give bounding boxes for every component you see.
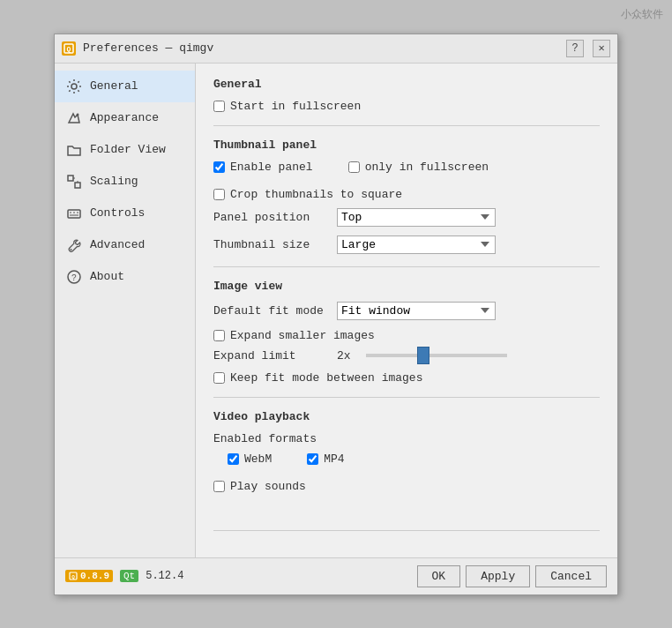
titlebar: Q Preferences — qimgv ? ✕ xyxy=(55,34,617,64)
only-fullscreen-checkbox[interactable] xyxy=(348,161,360,173)
appearance-icon xyxy=(65,109,83,127)
sidebar-item-about[interactable]: ? About xyxy=(55,261,195,293)
thumbnail-size-row: Thumbnail size Small Medium Large Extra … xyxy=(213,236,600,254)
default-fit-label: Default fit mode xyxy=(213,304,328,318)
sidebar-scaling-label: Scaling xyxy=(90,175,138,188)
help-circle-icon: ? xyxy=(65,268,83,286)
start-fullscreen-checkbox[interactable] xyxy=(213,101,225,112)
default-fit-row: Default fit mode Fit window Fit width Fi… xyxy=(213,302,600,320)
panel-position-label: Panel position xyxy=(213,211,328,224)
svg-text:Q: Q xyxy=(71,574,75,580)
main-content: General Start in fullscreen Thumbnail pa… xyxy=(196,64,617,557)
watermark-text: 小众软件 xyxy=(621,7,663,22)
expand-limit-slider[interactable] xyxy=(366,354,507,357)
sidebar-item-general[interactable]: General xyxy=(55,71,195,102)
folder-icon xyxy=(65,141,83,159)
webm-label[interactable]: WebM xyxy=(244,452,272,466)
app-icon: Q xyxy=(62,41,76,56)
expand-limit-value: 2x xyxy=(337,349,359,363)
scroll-area[interactable]: General Start in fullscreen Thumbnail pa… xyxy=(196,64,617,557)
start-fullscreen-row: Start in fullscreen xyxy=(213,100,600,113)
sidebar-about-label: About xyxy=(90,270,124,283)
expand-smaller-row: Expand smaller images xyxy=(213,329,600,342)
sidebar-appearance-label: Appearance xyxy=(90,111,159,124)
thumbnail-checkboxes-row: Enable panel only in fullscreen xyxy=(213,161,600,181)
expand-smaller-label[interactable]: Expand smaller images xyxy=(230,329,375,342)
qt-version-badge: Qt xyxy=(120,570,138,582)
sidebar-folderview-label: Folder View xyxy=(90,143,166,156)
preferences-window: Q Preferences — qimgv ? ✕ General xyxy=(54,34,618,595)
divider-1 xyxy=(213,125,600,126)
webm-checkbox[interactable] xyxy=(228,453,239,465)
sidebar-item-appearance[interactable]: Appearance xyxy=(55,102,195,134)
expand-limit-row: Expand limit 2x xyxy=(213,349,600,363)
thumbnail-panel-title: Thumbnail panel xyxy=(213,138,600,152)
default-fit-select[interactable]: Fit window Fit width Fit height 1:1 xyxy=(337,302,496,320)
enable-panel-row: Enable panel xyxy=(213,161,313,174)
webm-row: WebM xyxy=(228,452,272,466)
mp4-checkbox[interactable] xyxy=(307,453,318,465)
divider-2 xyxy=(213,266,600,267)
window-title: Preferences — qimgv xyxy=(83,41,559,55)
play-sounds-label[interactable]: Play sounds xyxy=(230,480,306,493)
cancel-button[interactable]: Cancel xyxy=(535,565,607,587)
enabled-formats-label: Enabled formats xyxy=(213,432,600,445)
svg-point-13 xyxy=(71,249,72,250)
version-info: Q 0.8.9 Qt 5.12.4 xyxy=(65,570,417,582)
app-logo-icon: Q xyxy=(69,572,78,580)
sidebar-item-advanced[interactable]: Advanced xyxy=(55,229,195,261)
apply-button[interactable]: Apply xyxy=(466,565,530,587)
only-fullscreen-label[interactable]: only in fullscreen xyxy=(365,161,489,174)
scaling-icon xyxy=(65,173,83,191)
sidebar-item-folder-view[interactable]: Folder View xyxy=(55,134,195,166)
enable-panel-label[interactable]: Enable panel xyxy=(230,161,313,174)
divider-3 xyxy=(213,397,600,398)
general-section-title: General xyxy=(213,78,600,91)
expand-limit-slider-container: 2x xyxy=(337,349,600,363)
image-view-title: Image view xyxy=(213,280,600,293)
keep-fit-label[interactable]: Keep fit mode between images xyxy=(230,371,422,385)
only-fullscreen-row: only in fullscreen xyxy=(348,161,489,174)
sidebar-item-controls[interactable]: Controls xyxy=(55,198,195,229)
video-format-row: WebM MP4 xyxy=(213,452,600,473)
mp4-row: MP4 xyxy=(307,452,344,466)
footer-buttons: OK Apply Cancel xyxy=(417,565,607,587)
play-sounds-checkbox[interactable] xyxy=(213,481,225,492)
help-button[interactable]: ? xyxy=(566,40,584,57)
play-sounds-row: Play sounds xyxy=(213,480,600,493)
start-fullscreen-label[interactable]: Start in fullscreen xyxy=(230,100,361,113)
svg-text:Q: Q xyxy=(67,45,71,53)
enable-panel-checkbox[interactable] xyxy=(213,161,225,173)
svg-point-2 xyxy=(71,84,77,89)
crop-thumbnails-label[interactable]: Crop thumbnails to square xyxy=(230,188,402,201)
video-playback-title: Video playback xyxy=(213,410,600,423)
crop-thumbnails-row: Crop thumbnails to square xyxy=(213,188,600,201)
mp4-label[interactable]: MP4 xyxy=(324,452,344,466)
keep-fit-row: Keep fit mode between images xyxy=(213,371,600,385)
gear-icon xyxy=(65,78,83,95)
keep-fit-checkbox[interactable] xyxy=(213,372,225,384)
ok-button[interactable]: OK xyxy=(417,565,461,587)
svg-text:?: ? xyxy=(71,273,77,283)
thumbnail-size-label: Thumbnail size xyxy=(213,238,328,251)
keyboard-icon xyxy=(65,205,83,222)
divider-4 xyxy=(213,530,600,531)
sidebar: General Appearance Folder View xyxy=(55,64,196,557)
crop-thumbnails-checkbox[interactable] xyxy=(213,189,225,200)
qt-version-text: 5.12.4 xyxy=(146,570,183,582)
panel-position-row: Panel position Top Bottom Left Right xyxy=(213,208,600,227)
sidebar-item-scaling[interactable]: Scaling xyxy=(55,166,195,198)
sidebar-advanced-label: Advanced xyxy=(90,238,145,251)
expand-smaller-checkbox[interactable] xyxy=(213,330,225,341)
thumbnail-size-select[interactable]: Small Medium Large Extra Large xyxy=(337,236,496,254)
close-button[interactable]: ✕ xyxy=(593,40,610,57)
wrench-icon xyxy=(65,236,83,254)
app-version-text: 0.8.9 xyxy=(80,571,109,581)
sidebar-general-label: General xyxy=(90,79,138,93)
panel-position-select[interactable]: Top Bottom Left Right xyxy=(337,208,496,227)
window-body: General Appearance Folder View xyxy=(55,64,617,557)
expand-limit-label: Expand limit xyxy=(213,349,328,363)
app-version-badge: Q 0.8.9 xyxy=(65,570,113,582)
svg-rect-4 xyxy=(68,176,73,181)
svg-rect-5 xyxy=(75,183,80,188)
